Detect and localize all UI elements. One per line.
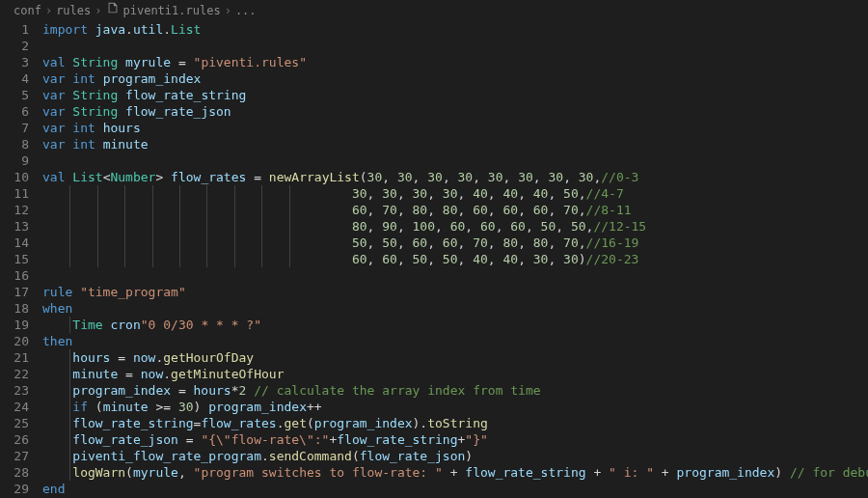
token-num: 40: [502, 252, 518, 266]
indent-guide: [261, 202, 262, 218]
code-line[interactable]: [42, 267, 868, 284]
token-comm: //12-15: [593, 219, 646, 234]
token-punc: .: [163, 22, 171, 37]
token-num: 100: [413, 219, 435, 234]
indent-guide: [206, 218, 207, 235]
token-num: 30: [382, 186, 397, 201]
indent-guide: [69, 202, 70, 218]
code-line[interactable]: flow_rate_json = "{\"flow-rate\":"+flow_…: [42, 431, 868, 448]
line-number: 29: [0, 481, 29, 497]
indent-guide: [69, 251, 70, 267]
code-line[interactable]: hours = now.getHourOfDay: [42, 349, 868, 366]
indent-guide: [179, 251, 180, 267]
token-kw: if: [72, 400, 88, 414]
code-line[interactable]: var String flow_rate_json: [42, 103, 868, 120]
token-punc: ,: [397, 203, 413, 217]
token-ident: minute: [72, 367, 118, 381]
code-line[interactable]: Time cron"0 0/30 * * * ?": [42, 317, 868, 333]
code-line[interactable]: then: [42, 333, 868, 349]
breadcrumb-part[interactable]: piventi1.rules: [123, 0, 221, 21]
token-punc: [42, 383, 72, 398]
token-punc: [42, 449, 72, 463]
line-number: 21: [0, 349, 29, 366]
token-fn: getMinuteOfHour: [171, 367, 284, 381]
code-line[interactable]: var int program_index: [42, 70, 868, 87]
indent-guide: [179, 185, 180, 202]
line-number: 15: [0, 251, 29, 267]
token-punc: =: [178, 432, 201, 447]
code-line[interactable]: flow_rate_string=flow_rates.get(program_…: [42, 415, 868, 431]
token-str: "piventi.rules": [194, 55, 307, 69]
code-line[interactable]: var String flow_rate_string: [42, 87, 868, 103]
token-punc: ,: [503, 170, 519, 184]
code-line[interactable]: piventi_flow_rate_program.sendCommand(fl…: [42, 448, 868, 464]
line-number: 24: [0, 399, 29, 415]
token-punc: (: [352, 449, 360, 463]
code-line[interactable]: val String myrule = "piventi.rules": [42, 54, 868, 70]
line-number: 11: [0, 185, 29, 202]
token-num: 50: [413, 252, 428, 266]
indent-guide: [69, 415, 70, 431]
code-line[interactable]: if (minute >= 30) program_index++: [42, 399, 868, 415]
breadcrumb-part[interactable]: rules: [56, 0, 91, 21]
token-fn: toString: [427, 416, 488, 430]
token-ident: myrule: [133, 465, 178, 480]
indent-guide: [124, 251, 125, 267]
token-ident: program_index: [208, 400, 307, 414]
breadcrumb-separator: ›: [95, 0, 101, 21]
indent-guide: [124, 185, 125, 202]
indent-guide: [206, 185, 207, 202]
token-punc: +: [654, 465, 676, 480]
indent-guide: [179, 218, 180, 235]
code-line[interactable]: var int minute: [42, 136, 868, 152]
token-ident: java: [95, 22, 125, 37]
token-punc: [42, 416, 72, 430]
token-punc: ,: [443, 170, 458, 184]
indent-guide: [206, 202, 207, 218]
code-line[interactable]: logWarn(myrule, "program switches to flo…: [42, 464, 868, 481]
breadcrumb-part[interactable]: ...: [235, 0, 257, 21]
token-punc: ,: [579, 186, 586, 201]
token-ident: hours: [72, 350, 110, 365]
code-line[interactable]: val List<Number> flow_rates = newArrayLi…: [42, 169, 868, 185]
breadcrumb-part[interactable]: conf: [14, 0, 41, 21]
code-editor[interactable]: 1234567891011121314151617181920212223242…: [0, 21, 868, 498]
token-punc: ,: [458, 252, 474, 266]
token-num: 50: [541, 219, 556, 234]
code-line[interactable]: 60, 60, 50, 50, 40, 40, 30, 30)//20-23: [42, 251, 868, 267]
token-punc: >=: [149, 400, 178, 414]
code-line[interactable]: minute = now.getMinuteOfHour: [42, 366, 868, 382]
code-line[interactable]: [42, 38, 868, 54]
token-comm: //20-23: [586, 252, 639, 266]
token-punc: =: [171, 55, 193, 69]
code-area[interactable]: import java.util.Listval String myrule =…: [42, 21, 868, 498]
code-line[interactable]: import java.util.List: [42, 21, 868, 38]
token-str: " i: ": [609, 465, 654, 480]
token-punc: ,: [435, 219, 450, 234]
code-line[interactable]: var int hours: [42, 120, 868, 136]
line-number: 26: [0, 431, 29, 448]
indent-guide: [179, 202, 180, 218]
indent-guide: [206, 235, 207, 251]
token-num: 60: [413, 235, 428, 250]
breadcrumb[interactable]: conf › rules › piventi1.rules › ...: [0, 0, 868, 21]
code-line[interactable]: 80, 90, 100, 60, 60, 60, 50, 50,//12-15: [42, 218, 868, 235]
token-punc: ,: [427, 252, 443, 266]
token-num: 50: [563, 186, 579, 201]
indent-guide: [261, 218, 262, 235]
code-line[interactable]: when: [42, 300, 868, 317]
code-line[interactable]: [42, 152, 868, 169]
code-line[interactable]: 60, 70, 80, 80, 60, 60, 60, 70,//8-11: [42, 202, 868, 218]
token-num: 80: [443, 203, 458, 217]
code-line[interactable]: end: [42, 481, 868, 497]
code-line[interactable]: program_index = hours*2 // calculate the…: [42, 382, 868, 399]
indent-guide: [69, 349, 70, 366]
token-punc: [88, 22, 95, 37]
code-line[interactable]: rule "time_program": [42, 284, 868, 300]
code-line[interactable]: 30, 30, 30, 30, 40, 40, 40, 50,//4-7: [42, 185, 868, 202]
code-line[interactable]: 50, 50, 60, 60, 70, 80, 80, 70,//16-19: [42, 235, 868, 251]
indent-guide: [289, 251, 290, 267]
token-ident: flow_rate_json: [125, 104, 231, 119]
token-kw: int: [72, 121, 95, 135]
token-punc: [42, 432, 72, 447]
